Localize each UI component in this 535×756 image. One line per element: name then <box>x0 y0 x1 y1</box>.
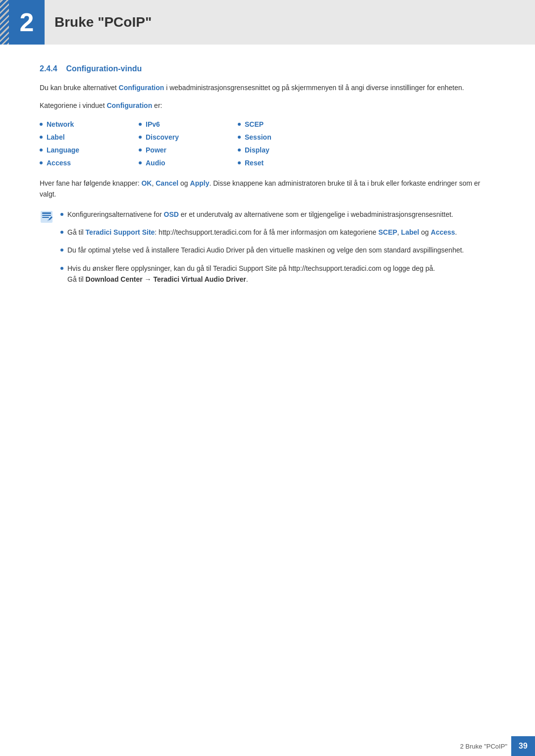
category-display: Display <box>245 146 269 154</box>
category-scep: SCEP <box>245 120 264 128</box>
note-item-1: Konfigureringsalternativene for OSD er e… <box>60 209 495 220</box>
note-2-url: : http://techsupport.teradici.com <box>155 228 251 236</box>
list-item: Reset <box>238 159 337 167</box>
note-4-start: Hvis du ønsker flere opplysninger, kan d… <box>67 264 435 272</box>
p3-text-start: Hver fane har følgende knapper: <box>40 179 141 187</box>
category-network: Network <box>47 120 74 128</box>
note-2-scep: SCEP <box>378 228 397 236</box>
category-reset: Reset <box>245 159 264 167</box>
p3-ok: OK <box>141 179 152 187</box>
note-item-4: Hvis du ønsker flere opplysninger, kan d… <box>60 263 495 285</box>
list-item: IPv6 <box>139 120 238 128</box>
note-item-2: Gå til Teradici Support Site: http://tec… <box>60 227 495 238</box>
category-power: Power <box>146 146 166 154</box>
bullet-icon <box>60 213 63 216</box>
note-2-site-bold: Teradici Support Site <box>86 228 155 236</box>
category-session: Session <box>245 133 271 141</box>
page-footer: 2 Bruke "PCoIP" 39 <box>0 736 535 756</box>
category-language: Language <box>47 146 79 154</box>
list-item: Access <box>40 159 139 167</box>
note-4-download: Download Center <box>86 275 143 283</box>
chapter-number: 2 <box>9 0 45 45</box>
section-title: Configuration-vindu <box>66 64 142 73</box>
note-2-start: Gå til <box>67 228 86 236</box>
p3-apply: Apply <box>190 179 210 187</box>
list-item: Label <box>40 133 139 141</box>
note-content: Konfigureringsalternativene for OSD er e… <box>60 209 495 285</box>
note-2-comma: , <box>397 228 401 236</box>
chapter-title: Bruke "PCoIP" <box>54 14 152 30</box>
p2-text-start: Kategoriene i vinduet <box>40 101 107 109</box>
bullet-icon <box>139 136 142 139</box>
paragraph-1: Du kan bruke alternativet Configuration … <box>40 82 495 93</box>
category-col-3: SCEP Session Display Reset <box>238 120 337 167</box>
note-item-1-text: Konfigureringsalternativene for OSD er e… <box>67 209 495 220</box>
p3-og: og <box>178 179 190 187</box>
note-list: Konfigureringsalternativene for OSD er e… <box>60 209 495 285</box>
note-2-end: . <box>455 228 457 236</box>
category-audio: Audio <box>146 159 165 167</box>
svg-rect-1 <box>42 212 51 214</box>
bullet-icon <box>40 136 43 139</box>
list-item: Audio <box>139 159 238 167</box>
bullet-icon <box>238 149 241 151</box>
section-heading: 2.4.4 Configuration-vindu <box>40 64 495 73</box>
bullet-icon <box>139 123 142 126</box>
list-item: SCEP <box>238 120 337 128</box>
note-box: Konfigureringsalternativene for OSD er e… <box>40 209 495 285</box>
p3-cancel: Cancel <box>156 179 178 187</box>
page-number: 39 <box>511 736 535 756</box>
paragraph-2: Kategoriene i vinduet Configuration er: <box>40 100 495 111</box>
list-item: Network <box>40 120 139 128</box>
footer-text: 2 Bruke "PCoIP" <box>460 743 511 750</box>
list-item: Discovery <box>139 133 238 141</box>
note-1-osd: OSD <box>164 210 179 218</box>
category-col-1: Network Label Language Access <box>40 120 139 167</box>
note-2-label: Label <box>401 228 420 236</box>
page-content: 2.4.4 Configuration-vindu Du kan bruke a… <box>0 64 535 325</box>
note-1-start: Konfigureringsalternativene for <box>67 210 164 218</box>
p2-config-bold: Configuration <box>107 101 152 109</box>
category-label: Label <box>47 133 65 141</box>
bullet-icon <box>60 231 63 234</box>
category-ipv6: IPv6 <box>146 120 160 128</box>
bullet-icon <box>40 149 43 151</box>
bullet-icon <box>139 149 142 151</box>
note-4-bold-prefix: Gå til <box>67 275 86 283</box>
note-item-3: Du får optimal ytelse ved å installere T… <box>60 245 495 255</box>
note-2-og: og <box>419 228 430 236</box>
paragraph-3: Hver fane har følgende knapper: OK, Canc… <box>40 178 495 200</box>
category-grid: Network Label Language Access IPv6 <box>40 120 495 167</box>
p2-text-end: er: <box>152 101 162 109</box>
bullet-icon <box>40 161 43 164</box>
bullet-icon <box>238 123 241 126</box>
category-discovery: Discovery <box>146 133 179 141</box>
note-icon <box>40 210 54 224</box>
note-2-access: Access <box>431 228 455 236</box>
p1-text-rest: i webadministrasjonsgrensesnittet og på … <box>164 84 464 92</box>
chapter-banner: 2 Bruke "PCoIP" <box>0 0 535 45</box>
list-item: Session <box>238 133 337 141</box>
note-4-period: . <box>246 275 248 283</box>
p1-text-start: Du kan bruke alternativet <box>40 84 119 92</box>
list-item: Display <box>238 146 337 154</box>
category-access: Access <box>47 159 71 167</box>
section-number: 2.4.4 <box>40 64 57 73</box>
note-item-2-text: Gå til Teradici Support Site: http://tec… <box>67 227 495 238</box>
bullet-icon <box>238 161 241 164</box>
note-2-rest-start: for å få mer informasjon om kategoriene <box>252 228 378 236</box>
bullet-icon <box>40 123 43 126</box>
svg-rect-3 <box>42 217 49 218</box>
note-4-arrow: → <box>143 275 154 283</box>
note-1-rest: er et underutvalg av alternativene som e… <box>179 210 453 218</box>
note-4-driver: Teradici Virtual Audio Driver <box>153 275 246 283</box>
list-item: Power <box>139 146 238 154</box>
bullet-icon <box>60 249 63 252</box>
svg-rect-2 <box>42 215 51 216</box>
bullet-icon <box>139 161 142 164</box>
note-item-4-text: Hvis du ønsker flere opplysninger, kan d… <box>67 263 495 285</box>
category-col-2: IPv6 Discovery Power Audio <box>139 120 238 167</box>
banner-stripes <box>0 0 9 45</box>
bullet-icon <box>238 136 241 139</box>
bullet-icon <box>60 267 63 270</box>
